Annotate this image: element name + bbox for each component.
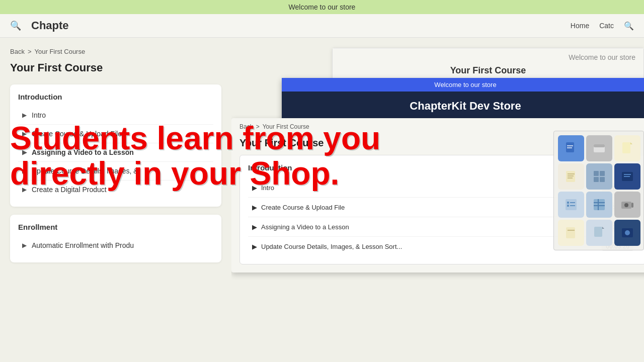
win3-play-1: ▶ — [252, 204, 257, 211]
svg-rect-26 — [598, 199, 599, 210]
lesson-enroll-title: Automatic Enrollment with Produ — [32, 241, 134, 249]
svg-marker-6 — [630, 142, 632, 144]
svg-rect-1 — [567, 145, 573, 146]
win3-lesson-1-title: Create Course & Upload File — [261, 204, 345, 211]
win3-current: Your First Course — [263, 123, 309, 130]
win2-title: ChapterKit Dev Store — [282, 92, 644, 121]
icon-6[interactable] — [558, 192, 584, 218]
svg-rect-14 — [600, 177, 605, 182]
main-nav: Home Catc 🔍 — [571, 21, 634, 31]
win3-lesson-2-title: Assigning a Video to a Lesson — [261, 223, 349, 231]
icon-9[interactable] — [558, 220, 584, 246]
win1-store-note: Welcome to our store — [341, 53, 635, 61]
svg-rect-25 — [594, 205, 605, 206]
site-logo: Chapte — [31, 19, 571, 32]
icon-8[interactable] — [614, 192, 640, 218]
icon-1[interactable] — [586, 135, 612, 161]
svg-rect-21 — [567, 205, 569, 207]
introduction-section: Introduction ▶ Intro ▶ Create Course & U… — [10, 84, 221, 207]
play-icon-update: ▶ — [22, 167, 27, 174]
lesson-create-title: Create Course & Upload File — [32, 130, 122, 138]
svg-rect-9 — [568, 175, 574, 176]
breadcrumb-current: Your First Course — [35, 48, 86, 55]
svg-rect-23 — [594, 199, 605, 210]
nav-catalog[interactable]: Catc — [599, 22, 614, 30]
svg-rect-4 — [594, 144, 605, 147]
svg-rect-30 — [566, 227, 575, 238]
svg-rect-17 — [624, 176, 630, 177]
top-banner-text: Welcome to our store — [289, 3, 356, 11]
win3-lesson-2-left: ▶ Assigning a Video to a Lesson — [252, 223, 349, 231]
search-icon[interactable]: 🔍 — [10, 20, 21, 31]
win3-lesson-0-left: ▶ Intro — [252, 184, 274, 192]
svg-rect-5 — [622, 142, 630, 153]
play-icon-digital: ▶ — [22, 186, 27, 193]
lesson-update-course[interactable]: ▶ Update Course Details, Images, & — [18, 162, 213, 180]
breadcrumb: Back > Your First Course — [10, 48, 221, 55]
svg-rect-13 — [594, 177, 599, 182]
lesson-enrollment[interactable]: ▶ Automatic Enrollment with Produ — [18, 236, 213, 254]
svg-rect-31 — [568, 230, 575, 231]
icon-11[interactable] — [614, 220, 640, 246]
win3-play-2: ▶ — [252, 223, 257, 231]
svg-rect-11 — [594, 171, 599, 176]
win1-title: Your First Course — [341, 61, 635, 80]
win3-play-3: ▶ — [252, 243, 257, 250]
win3-play-0: ▶ — [252, 184, 257, 192]
svg-point-35 — [625, 230, 630, 235]
icon-10[interactable] — [586, 220, 612, 246]
svg-rect-20 — [570, 202, 575, 203]
content-area: Back > Your First Course Your First Cour… — [0, 38, 644, 359]
win3-back[interactable]: Back — [239, 123, 253, 130]
lesson-update-title: Update Course Details, Images, & — [32, 167, 138, 175]
lesson-intro[interactable]: ▶ Intro — [18, 106, 213, 125]
play-icon-intro: ▶ — [22, 112, 27, 119]
icon-7[interactable] — [586, 192, 612, 218]
icon-4[interactable] — [586, 163, 612, 190]
icon-5[interactable] — [614, 163, 640, 190]
section-intro-label: Introduction — [18, 93, 213, 101]
enrollment-label: Enrollment — [18, 223, 213, 231]
icon-0[interactable] — [558, 135, 584, 161]
nav-search-icon[interactable]: 🔍 — [624, 21, 634, 31]
svg-rect-22 — [570, 205, 575, 206]
svg-rect-19 — [567, 202, 569, 204]
play-icon-enroll: ▶ — [22, 242, 27, 249]
svg-rect-29 — [631, 203, 633, 208]
lesson-assign-title: Assigning a Video to a Lesson — [32, 148, 134, 156]
win3-lesson-3-left: ▶ Update Course Details, Images, & Lesso… — [252, 243, 402, 250]
svg-point-28 — [624, 203, 628, 207]
svg-rect-24 — [594, 202, 605, 203]
play-icon-create: ▶ — [22, 130, 27, 137]
icon-3[interactable] — [558, 163, 584, 190]
icon-2[interactable] — [614, 135, 640, 161]
svg-rect-32 — [594, 227, 602, 237]
svg-rect-10 — [568, 177, 573, 178]
svg-rect-16 — [624, 174, 631, 175]
icons-panel — [553, 131, 644, 250]
lesson-assign-video[interactable]: ▶ Assigning a Video to a Lesson — [18, 143, 213, 162]
breadcrumb-sep: > — [28, 48, 32, 55]
svg-rect-8 — [568, 173, 575, 174]
svg-rect-2 — [567, 147, 572, 148]
win3-sep: > — [256, 123, 260, 130]
main-header: 🔍 Chapte Home Catc 🔍 — [0, 14, 644, 38]
left-panel: Back > Your First Course Your First Cour… — [0, 38, 231, 359]
breadcrumb-back[interactable]: Back — [10, 48, 25, 55]
nav-home[interactable]: Home — [571, 22, 589, 30]
play-icon-assign: ▶ — [22, 149, 27, 156]
lesson-intro-title: Intro — [32, 111, 46, 119]
win2-banner: Welcome to our store — [282, 78, 644, 92]
top-banner: Welcome to our store — [0, 0, 644, 14]
course-title: Your First Course — [10, 61, 221, 74]
svg-marker-33 — [602, 227, 604, 229]
win3-lesson-0-title: Intro — [261, 184, 274, 192]
lesson-digital-title: Create a Digital Product — [32, 186, 107, 194]
svg-rect-12 — [600, 171, 605, 176]
enrollment-section: Enrollment ▶ Automatic Enrollment with P… — [10, 215, 221, 262]
win3-lesson-1-left: ▶ Create Course & Upload File — [252, 204, 345, 211]
right-area: Welcome to our store Your First Course H… — [231, 38, 644, 359]
lesson-create-course[interactable]: ▶ Create Course & Upload File — [18, 125, 213, 143]
lesson-digital-product[interactable]: ▶ Create a Digital Product — [18, 180, 213, 199]
win3-lesson-3-title: Update Course Details, Images, & Lesson … — [261, 243, 402, 250]
